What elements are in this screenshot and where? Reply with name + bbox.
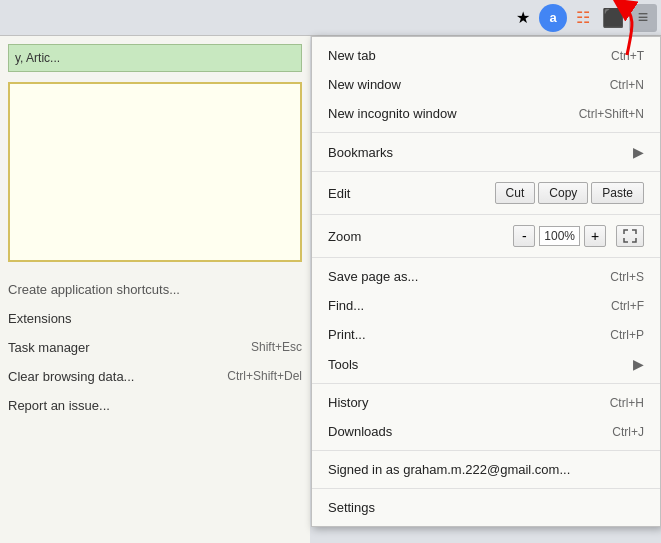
downloads-shortcut: Ctrl+J (612, 425, 644, 439)
create-shortcuts-link[interactable]: Create application shortcuts... (8, 282, 302, 297)
report-issue-link[interactable]: Report an issue... (8, 398, 302, 413)
zoom-in-button[interactable]: + (584, 225, 606, 247)
settings-label: Settings (328, 500, 644, 515)
menu-section-history-downloads: History Ctrl+H Downloads Ctrl+J (312, 384, 660, 451)
extensions-label: Extensions (8, 311, 72, 326)
menu-section-bookmarks: Bookmarks ▶ (312, 133, 660, 172)
save-page-shortcut: Ctrl+S (610, 270, 644, 284)
task-manager-shortcut: Shift+Esc (251, 340, 302, 354)
signed-in-text: Signed in as graham.m.222@gmail.com... (312, 455, 660, 484)
new-incognito-shortcut: Ctrl+Shift+N (579, 107, 644, 121)
menu-section-signin: Signed in as graham.m.222@gmail.com... (312, 451, 660, 489)
print-shortcut: Ctrl+P (610, 328, 644, 342)
history-shortcut: Ctrl+H (610, 396, 644, 410)
bookmarks-arrow: ▶ (633, 144, 644, 160)
zoom-row: Zoom - 100% + (312, 219, 660, 253)
save-page-item[interactable]: Save page as... Ctrl+S (312, 262, 660, 291)
task-manager-label: Task manager (8, 340, 90, 355)
tools-item[interactable]: Tools ▶ (312, 349, 660, 379)
downloads-label: Downloads (328, 424, 592, 439)
print-label: Print... (328, 327, 590, 342)
edit-label: Edit (328, 186, 495, 201)
menu-section-zoom: Zoom - 100% + (312, 215, 660, 258)
bookmarks-label: Bookmarks (328, 145, 623, 160)
find-label: Find... (328, 298, 591, 313)
menu-section-new: New tab Ctrl+T New window Ctrl+N New inc… (312, 37, 660, 133)
fullscreen-button[interactable] (616, 225, 644, 247)
history-item[interactable]: History Ctrl+H (312, 388, 660, 417)
chrome-menu-dropdown: New tab Ctrl+T New window Ctrl+N New inc… (311, 36, 661, 527)
zoom-out-button[interactable]: - (513, 225, 535, 247)
downloads-item[interactable]: Downloads Ctrl+J (312, 417, 660, 446)
new-window-label: New window (328, 77, 590, 92)
google-account-icon[interactable]: a (539, 4, 567, 32)
paste-button[interactable]: Paste (591, 182, 644, 204)
zoom-value: 100% (539, 226, 580, 246)
chrome-menu-button[interactable]: ≡ (629, 4, 657, 32)
stumbleupon-icon[interactable]: ☷ (569, 4, 597, 32)
menu-section-saveprinttools: Save page as... Ctrl+S Find... Ctrl+F Pr… (312, 258, 660, 384)
address-bar-text: y, Artic... (15, 51, 60, 65)
bookmarks-item[interactable]: Bookmarks ▶ (312, 137, 660, 167)
new-tab-item[interactable]: New tab Ctrl+T (312, 41, 660, 70)
new-window-item[interactable]: New window Ctrl+N (312, 70, 660, 99)
tools-label: Tools (328, 357, 623, 372)
tools-arrow: ▶ (633, 356, 644, 372)
menu-section-edit: Edit Cut Copy Paste (312, 172, 660, 215)
clear-browsing-label: Clear browsing data... (8, 369, 134, 384)
new-window-shortcut: Ctrl+N (610, 78, 644, 92)
content-box (8, 82, 302, 262)
extension-icon[interactable]: ⬛ (599, 4, 627, 32)
edit-buttons: Cut Copy Paste (495, 182, 644, 204)
find-item[interactable]: Find... Ctrl+F (312, 291, 660, 320)
new-tab-shortcut: Ctrl+T (611, 49, 644, 63)
browser-area: ★ a ☷ ⬛ ≡ y, Artic... Create application… (0, 0, 661, 543)
menu-section-settings: Settings (312, 489, 660, 526)
zoom-label: Zoom (328, 229, 513, 244)
save-page-label: Save page as... (328, 269, 590, 284)
find-shortcut: Ctrl+F (611, 299, 644, 313)
settings-item[interactable]: Settings (312, 493, 660, 522)
new-incognito-item[interactable]: New incognito window Ctrl+Shift+N (312, 99, 660, 128)
history-label: History (328, 395, 590, 410)
print-item[interactable]: Print... Ctrl+P (312, 320, 660, 349)
toolbar-icons: ★ a ☷ ⬛ ≡ (509, 4, 657, 32)
new-incognito-label: New incognito window (328, 106, 559, 121)
cut-button[interactable]: Cut (495, 182, 536, 204)
toolbar: ★ a ☷ ⬛ ≡ (0, 0, 661, 36)
extensions-link[interactable]: Extensions (8, 311, 302, 326)
task-manager-link[interactable]: Task manager Shift+Esc (8, 340, 302, 355)
clear-browsing-shortcut: Ctrl+Shift+Del (227, 369, 302, 383)
address-bar: y, Artic... (8, 44, 302, 72)
report-issue-label: Report an issue... (8, 398, 110, 413)
copy-button[interactable]: Copy (538, 182, 588, 204)
new-tab-label: New tab (328, 48, 591, 63)
clear-browsing-link[interactable]: Clear browsing data... Ctrl+Shift+Del (8, 369, 302, 384)
page-content: y, Artic... Create application shortcuts… (0, 36, 310, 543)
zoom-controls: - 100% + (513, 225, 644, 247)
star-icon[interactable]: ★ (509, 4, 537, 32)
edit-row: Edit Cut Copy Paste (312, 176, 660, 210)
